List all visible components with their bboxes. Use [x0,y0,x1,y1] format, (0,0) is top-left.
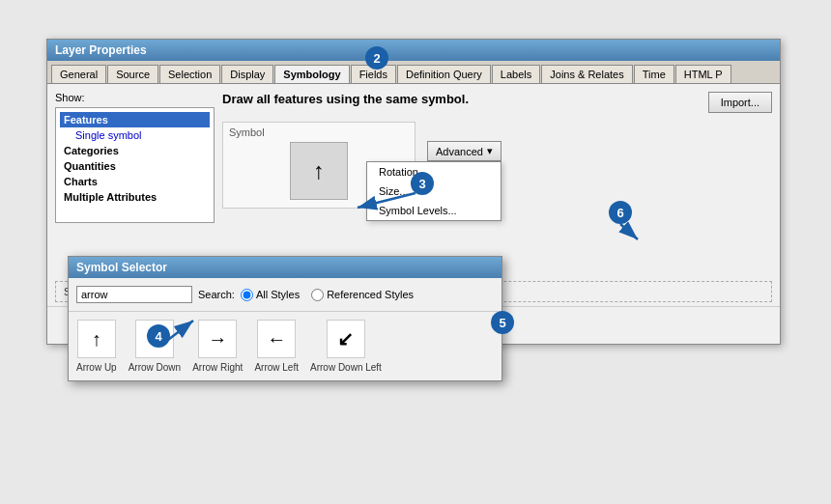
tab-source[interactable]: Source [107,65,158,83]
radio-all-styles[interactable]: All Styles [241,289,300,301]
step-badge-6: 6 [609,201,632,224]
arrow-up-icon: ↑ [77,320,116,358]
chevron-down-icon: ▾ [487,145,493,157]
symbols-grid: ↑ Arrow Up ↓ Arrow Down → Arrow Right ← … [69,311,501,380]
tab-symbology[interactable]: Symbology [274,65,349,84]
step-badge-5: 5 [491,311,514,334]
feature-item-categories[interactable]: Categories [60,143,210,158]
advanced-area: Advanced ▾ Rotation... Size... Symbol Le… [427,141,501,161]
advanced-button[interactable]: Advanced ▾ [427,141,501,161]
symbol-selector-title: Symbol Selector [69,257,501,278]
show-label: Show: [55,92,215,103]
feature-item-quantities[interactable]: Quantities [60,158,210,174]
show-panel: Show: Features Single symbol Categories … [55,92,215,269]
import-button[interactable]: Import... [708,92,772,113]
step-badge-2: 2 [365,46,388,70]
tabs-bar: General Source Selection Display Symbolo… [47,61,780,84]
radio-group: All Styles Referenced Styles [241,289,414,301]
draw-description: Draw all features using the same symbol. [222,92,469,106]
dropdown-item-symbol-levels[interactable]: Symbol Levels... [367,201,501,220]
radio-all-styles-label: All Styles [256,289,300,300]
feature-item-multiple-attributes[interactable]: Multiple Attributes [60,189,210,205]
search-label: Search: [198,289,235,300]
tab-definition-query[interactable]: Definition Query [397,65,491,83]
search-input[interactable] [76,286,192,303]
tab-general[interactable]: General [51,65,106,83]
arrow-left-icon: ← [257,320,296,358]
radio-referenced-styles-label: Referenced Styles [327,289,414,300]
symbol-cell-arrow-left[interactable]: ← Arrow Left [254,320,299,373]
arrow-left-label: Arrow Left [254,362,299,373]
dropdown-item-rotation[interactable]: Rotation... [367,162,501,182]
arrow-right-icon: → [198,320,237,358]
tab-selection[interactable]: Selection [159,65,220,83]
advanced-dropdown: Rotation... Size... Symbol Levels... [366,161,501,221]
window-title: Layer Properties [55,43,772,57]
tab-time[interactable]: Time [634,65,674,83]
arrow-down-left-icon: ↙ [327,320,365,358]
step-badge-3: 3 [411,172,434,195]
feature-list: Features Single symbol Categories Quanti… [55,107,215,223]
arrow-right-label: Arrow Right [192,362,243,373]
tab-html-p[interactable]: HTML P [675,65,731,83]
symbol-label: Symbol [229,126,265,138]
window-title-bar: Layer Properties [47,40,780,61]
feature-item-single-symbol[interactable]: Single symbol [60,127,210,143]
step-badge-4: 4 [147,324,170,348]
tab-joins-relates[interactable]: Joins & Relates [541,65,632,83]
symbol-selector-dialog: Symbol Selector Search: All Styles Refer… [68,256,502,381]
arrow-down-label: Arrow Down [129,362,181,373]
feature-item-features[interactable]: Features [60,112,210,127]
tab-display[interactable]: Display [221,65,273,83]
tab-labels[interactable]: Labels [492,65,540,83]
symbol-cell-arrow-up[interactable]: ↑ Arrow Up [76,320,117,373]
radio-referenced-styles[interactable]: Referenced Styles [311,289,414,301]
feature-item-charts[interactable]: Charts [60,174,210,189]
arrow-down-left-label: Arrow Down Left [310,362,382,373]
symbol-cell-arrow-down-left[interactable]: ↙ Arrow Down Left [310,320,382,373]
right-content: Draw all features using the same symbol.… [222,92,772,269]
symbol-preview[interactable]: ↑ [290,142,348,200]
advanced-label: Advanced [436,146,483,157]
arrow-up-label: Arrow Up [76,362,117,373]
symbol-cell-arrow-right[interactable]: → Arrow Right [192,320,243,373]
search-area: Search: All Styles Referenced Styles [69,278,501,311]
